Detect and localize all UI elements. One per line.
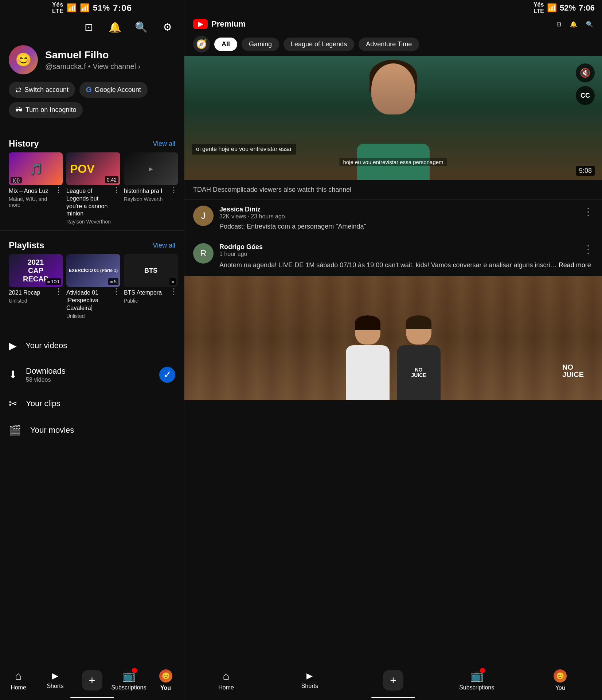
podcast-content: Jessica Diniz 32K views · 23 hours ago ⋮… — [219, 206, 593, 231]
right-home-label: Home — [218, 684, 234, 691]
right-nav-home[interactable]: ⌂ Home — [184, 666, 268, 695]
filter-chip-lol[interactable]: League of Legends — [284, 38, 354, 51]
filter-chip-explore[interactable]: 🧭 — [193, 36, 210, 52]
left-time: 7:06 — [113, 3, 132, 13]
left-nav-home[interactable]: ⌂ Home — [0, 666, 37, 695]
right-subscriptions-badge-container: 📺 — [470, 669, 484, 682]
search-button[interactable]: 🔍 — [133, 19, 149, 35]
exerc-more-button[interactable]: ⋮ — [112, 287, 120, 296]
switch-account-button[interactable]: ⇄ Switch account — [9, 82, 75, 98]
video-player[interactable]: oi gente hoje eu vou entrevistar essa ho… — [184, 56, 602, 180]
incognito-button[interactable]: 🕶 Turn on Incognito — [9, 102, 83, 118]
playlist-count-bts: ≡ — [169, 278, 176, 285]
right-subscription-badge — [480, 668, 485, 673]
right-you-avatar: 😊 — [554, 669, 567, 682]
add-icon[interactable]: + — [82, 670, 102, 691]
bell-button[interactable]: 🔔 — [107, 19, 123, 35]
bts-title: BTS Atempora — [124, 289, 162, 297]
your-clips-label: Your clips — [26, 399, 60, 408]
playlist-item-exerc[interactable]: EXERCÍCIO 01 (Parte 1) ≡5 Atividade 01 [… — [66, 254, 120, 319]
view-channel-link[interactable]: View channel — [93, 62, 136, 71]
shorts-label: Shorts — [47, 683, 63, 689]
pov-subtitle: Raylson Weverthon — [66, 219, 112, 225]
history-item-hist[interactable]: ▶ historinha pra l Raylson Weverth ⋮ — [124, 152, 178, 225]
left-nav-shorts[interactable]: ▶ Shorts — [37, 668, 74, 693]
playlist-item-bts[interactable]: BTS ≡ BTS Atempora Public ⋮ — [124, 254, 178, 319]
filter-chip-all[interactable]: All — [214, 38, 237, 51]
shorts-icon: ▶ — [52, 671, 58, 681]
filter-chip-adventure[interactable]: Adventure Time — [359, 38, 419, 51]
history-thumb-hist: ▶ — [124, 152, 178, 185]
playlist-thumb-bts: BTS ≡ — [124, 254, 178, 287]
content-area: TDAH Descomplicado viewers also watch th… — [184, 180, 602, 700]
cast-button[interactable]: ⊡ — [81, 19, 97, 35]
hist-subtitle: Raylson Weverth — [124, 196, 163, 202]
filter-chip-gaming[interactable]: Gaming — [242, 38, 279, 51]
left-nav-you[interactable]: 😊 You — [147, 666, 184, 695]
right-home-icon: ⌂ — [223, 670, 230, 682]
settings-button[interactable]: ⚙ — [159, 19, 175, 35]
history-item-pov[interactable]: POV 0:42 League of Legends but you're a … — [66, 152, 120, 225]
switch-account-label: Switch account — [24, 86, 69, 94]
downloads-item[interactable]: ⬇ Downloads 58 videos ✓ — [0, 359, 184, 390]
right-nav-subscriptions[interactable]: 📺 Subscriptions — [435, 666, 519, 695]
mix-more-button[interactable]: ⋮ — [55, 185, 63, 195]
history-thumb-pov: POV 0:42 — [66, 152, 120, 185]
right-bell-button[interactable]: 🔔 — [570, 21, 577, 28]
you-label: You — [160, 685, 171, 691]
history-item-mix[interactable]: 🎵 ((·)) Mix – Anos Luz Matuê, WIU, and m… — [9, 152, 63, 225]
video-subtitle-1: oi gente hoje eu vou entrevistar essa — [196, 146, 292, 152]
exerc-title: Atividade 01 [Perspectiva Cavaleira] — [66, 289, 112, 312]
your-movies-item[interactable]: 🎬 Your movies — [0, 417, 184, 444]
home-label: Home — [11, 684, 26, 691]
left-top-nav: ⊡ 🔔 🔍 ⚙ — [0, 16, 184, 38]
home-icon: ⌂ — [15, 670, 22, 682]
hist-more-button[interactable]: ⋮ — [170, 185, 178, 195]
your-videos-item[interactable]: ▶ Your videos — [0, 332, 184, 359]
history-view-all[interactable]: View all — [153, 140, 175, 148]
post-header-rodrigo: R Rodrigo Góes 1 hour ago ⋮ Anotem na ag… — [193, 243, 593, 270]
video-overlay-text: hoje eu vou entrevistar essa personagem — [339, 158, 447, 166]
right-shorts-label: Shorts — [301, 683, 318, 689]
your-movies-icon: 🎬 — [9, 424, 22, 436]
recap-more-button[interactable]: ⋮ — [55, 287, 63, 296]
right-cast-button[interactable]: ⊡ — [556, 21, 561, 28]
profile-section: 😊 Samuel Filho @samucka.f • View channel… — [0, 38, 184, 82]
playlist-count-exerc: ≡5 — [108, 278, 118, 285]
right-time: 7:06 — [579, 3, 595, 13]
right-you-label: You — [555, 685, 565, 691]
right-top-nav: ▶ Premium ⊡ 🔔 🔍 — [184, 16, 602, 32]
right-search-button[interactable]: 🔍 — [586, 21, 593, 28]
pov-more-button[interactable]: ⋮ — [112, 185, 120, 195]
google-account-button[interactable]: G Google Account — [79, 82, 148, 98]
left-nav-subscriptions[interactable]: 📺 Subscriptions — [110, 666, 147, 695]
hist-title: historinha pra l — [124, 187, 163, 195]
right-add-icon[interactable]: + — [383, 670, 403, 691]
avatar: 😊 — [9, 45, 38, 74]
cc-button[interactable]: CC — [576, 86, 595, 105]
left-wifi-icon: 📶 — [67, 3, 77, 13]
playlist-thumb-recap: 2021CAPRECAP ≡100 — [9, 254, 63, 287]
rodrigo-more-button[interactable]: ⋮ — [583, 243, 593, 255]
playing-badge: ((·)) — [11, 177, 22, 183]
playlists-view-all[interactable]: View all — [153, 242, 175, 249]
your-clips-item[interactable]: ✂ Your clips — [0, 390, 184, 417]
right-nav-add[interactable]: + — [351, 666, 435, 694]
bts-more-button[interactable]: ⋮ — [170, 287, 178, 296]
playlist-count-recap: ≡100 — [46, 278, 61, 285]
downloads-sub: 58 videos — [26, 377, 66, 383]
divider-1 — [0, 129, 184, 129]
bottom-video-thumb[interactable]: NOJUICE NOJUICE — [184, 276, 602, 400]
video-list-item-podcast[interactable]: J Jessica Diniz 32K views · 23 hours ago… — [184, 200, 602, 237]
mute-button[interactable]: 🔇 — [576, 63, 595, 82]
exerc-subtitle: Unlisted — [66, 313, 112, 319]
right-bottom-nav: ⌂ Home ▶ Shorts + 📺 Subscriptions 😊 You — [184, 660, 602, 700]
downloads-icon: ⬇ — [9, 369, 17, 381]
right-nav-shorts[interactable]: ▶ Shorts — [268, 668, 351, 693]
podcast-more-button[interactable]: ⋮ — [583, 206, 593, 218]
read-more-link[interactable]: Read more — [559, 261, 591, 269]
right-nav-you[interactable]: 😊 You — [519, 666, 602, 695]
right-panel: YésLTE 📶 52% 7:06 ▶ Premium ⊡ 🔔 🔍 🧭 All … — [184, 0, 602, 700]
left-nav-add[interactable]: + — [74, 666, 110, 694]
playlist-item-recap[interactable]: 2021CAPRECAP ≡100 2021 Recap Unlisted ⋮ — [9, 254, 63, 319]
